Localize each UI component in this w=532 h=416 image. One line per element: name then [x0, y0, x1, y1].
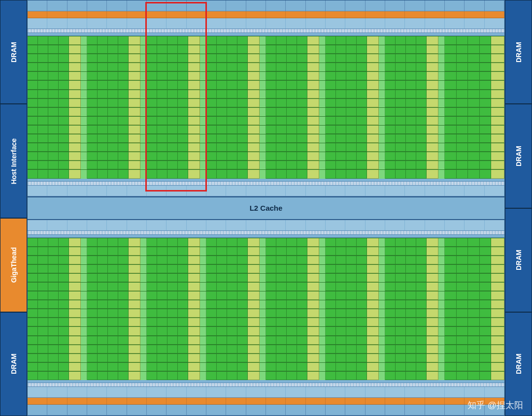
cuda-core	[157, 81, 167, 89]
cuda-core	[266, 99, 276, 107]
cuda-core	[346, 170, 357, 178]
cuda-core	[346, 36, 357, 45]
cuda-core	[157, 336, 167, 345]
cuda-core	[326, 372, 336, 380]
cuda-core	[480, 354, 492, 362]
cuda-core	[266, 36, 276, 45]
cuda-core	[98, 372, 108, 380]
cuda-core	[336, 170, 346, 178]
side-block-dram: DRAM	[0, 312, 27, 416]
sfu-column	[427, 170, 438, 178]
cuda-core	[147, 36, 157, 45]
cuda-core	[98, 265, 108, 273]
cuda-core	[357, 345, 367, 353]
cuda-core	[87, 161, 98, 169]
sfu-column	[367, 72, 379, 80]
band-lblue	[28, 220, 504, 231]
cuda-core	[227, 291, 237, 300]
cuda-core	[87, 54, 98, 63]
cuda-core	[276, 90, 287, 98]
sm-cluster	[147, 161, 206, 169]
cuda-core	[178, 72, 188, 80]
sm-cluster	[445, 265, 504, 273]
cuda-core	[118, 117, 129, 125]
cuda-core	[445, 238, 457, 247]
cuda-core	[457, 143, 468, 152]
cuda-core	[406, 372, 416, 380]
cuda-core	[357, 170, 367, 178]
cuda-core	[87, 108, 98, 116]
sm-cluster	[206, 336, 266, 345]
sfu-column	[367, 45, 379, 54]
cluster-gap	[319, 309, 326, 318]
cluster-gap	[140, 372, 147, 380]
cuda-core	[28, 81, 38, 89]
cuda-core	[98, 152, 108, 160]
sfu-column	[367, 345, 379, 353]
sfu-column	[69, 327, 81, 335]
cuda-core	[326, 274, 336, 282]
cuda-core	[357, 45, 367, 54]
cuda-core	[468, 283, 480, 291]
cuda-core	[59, 336, 69, 345]
cluster-gap	[200, 152, 206, 160]
sm-cluster	[445, 143, 504, 152]
sfu-column	[491, 247, 504, 256]
sfu-column	[248, 363, 260, 371]
cuda-core	[98, 291, 108, 300]
sm-cluster	[445, 283, 504, 291]
sfu-column	[248, 117, 260, 125]
cuda-core	[326, 327, 336, 335]
cuda-core	[206, 63, 217, 71]
cluster-gap	[379, 170, 385, 178]
cuda-core	[287, 54, 297, 63]
cuda-core	[118, 265, 129, 273]
cuda-core	[357, 309, 367, 318]
cuda-core	[108, 117, 118, 125]
sm-cluster	[326, 72, 385, 80]
sfu-column	[188, 90, 200, 98]
sfu-column	[491, 99, 504, 107]
sfu-column	[307, 45, 319, 54]
cluster-gap	[200, 336, 206, 345]
cuda-core	[59, 36, 69, 45]
sfu-column	[427, 45, 438, 54]
cuda-core	[276, 256, 287, 264]
sfu-column	[367, 238, 379, 247]
sm-cluster	[147, 336, 206, 345]
sm-cluster	[326, 291, 385, 300]
cuda-core	[406, 81, 416, 89]
cuda-core	[167, 108, 178, 116]
cuda-core	[326, 309, 336, 318]
sm-cluster	[206, 274, 266, 282]
sfu-column	[491, 134, 504, 143]
cuda-core	[276, 126, 287, 134]
sm-cluster	[87, 318, 147, 326]
cuda-core	[468, 108, 480, 116]
cuda-core	[206, 99, 217, 107]
cuda-core	[157, 372, 167, 380]
cuda-core	[480, 45, 492, 54]
sm-cluster	[266, 99, 326, 107]
sfu-column	[367, 265, 379, 273]
cuda-core	[217, 63, 227, 71]
cuda-core	[287, 108, 297, 116]
cuda-core	[206, 81, 217, 89]
cuda-core	[346, 300, 357, 309]
sm-cluster	[206, 72, 266, 80]
band-lblue	[28, 186, 504, 196]
cuda-core	[178, 90, 188, 98]
cluster-gap	[140, 161, 147, 169]
cluster-gap	[319, 238, 326, 247]
cuda-core	[276, 143, 287, 152]
cluster-gap	[260, 81, 266, 89]
cuda-core	[480, 170, 492, 178]
cuda-core	[468, 291, 480, 300]
cuda-core	[237, 372, 248, 380]
sfu-column	[307, 36, 319, 45]
cuda-core	[357, 283, 367, 291]
cluster-gap	[140, 170, 147, 178]
cuda-core	[416, 265, 427, 273]
band-orange	[28, 11, 504, 18]
cuda-core	[406, 143, 416, 152]
